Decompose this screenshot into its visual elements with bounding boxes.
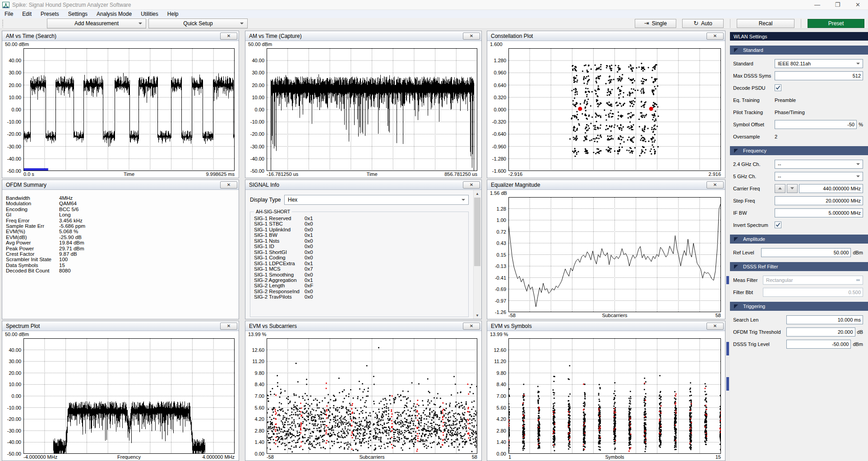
spectrum-plot[interactable]: 50.00 dBm40.0030.0020.0010.000.00-10.00-…: [2, 331, 239, 461]
carrier-freq-field[interactable]: 440.000000 MHz: [799, 184, 863, 193]
menu-item-settings[interactable]: Settings: [64, 10, 92, 18]
sig-field-row: SIG-1 MCS0x7: [254, 266, 468, 272]
minimize-icon[interactable]: —: [807, 0, 827, 9]
add-measurement-dropdown[interactable]: Add Measurement: [47, 18, 146, 28]
y-tick-label: -20.00: [3, 416, 21, 422]
scroll-down-icon[interactable]: ▼: [474, 312, 481, 319]
splitter-handle[interactable]: [726, 377, 729, 391]
close-icon[interactable]: ✕: [706, 181, 724, 189]
y-tick-label: 30.00: [3, 359, 21, 364]
close-icon[interactable]: ✕: [220, 323, 237, 330]
close-icon[interactable]: ✕: [220, 32, 237, 40]
evm_sub-canvas[interactable]: [267, 338, 477, 454]
standard-dropdown[interactable]: IEEE 802.11ah: [775, 59, 863, 68]
sig-field-row: SIG-1 LDPCExtra0x1: [254, 261, 468, 266]
menu-item-file[interactable]: File: [0, 10, 18, 18]
filter-bbt-field: 0.500: [763, 288, 863, 297]
y-tick-label: 2.80: [246, 428, 264, 433]
settings-row: Search Len10.000 ms: [733, 315, 863, 324]
setting-label: Carrier Freq: [733, 186, 775, 191]
evm-subcarriers-plot[interactable]: 13.99 %12.6011.209.808.407.005.604.202.8…: [245, 331, 481, 461]
am-search-plot[interactable]: 50.00 dBm40.0030.0020.0010.000.00-10.00-…: [2, 41, 239, 178]
dsss-trig-level-field[interactable]: -50.000: [786, 340, 851, 349]
invert-spectrum-checkbox[interactable]: [775, 221, 781, 228]
setting-control: 5.000000 MHz: [775, 208, 863, 217]
splitter-handle[interactable]: [726, 342, 729, 355]
display-type-dropdown[interactable]: Hex: [284, 195, 469, 205]
am-capture-plot[interactable]: 50.00 dBm40.0030.0020.0010.000.00-10.00-…: [245, 41, 481, 178]
menu-item-edit[interactable]: Edit: [18, 10, 36, 18]
summary-row: Decoded Bit Count8080: [6, 268, 235, 273]
x-axis-max-label: 15: [716, 454, 721, 460]
sig-field-value: 0xF: [305, 283, 313, 288]
step-freq-field[interactable]: 20.000000 MHz: [775, 196, 863, 205]
chevron-down-icon: [856, 175, 860, 177]
y-tick-label: 10.00: [246, 95, 264, 100]
y-tick-label: 20.00: [3, 83, 21, 88]
max-dsss-syms-field[interactable]: 512: [775, 71, 863, 80]
5-ghz-ch--dropdown[interactable]: --: [775, 172, 863, 181]
section-header-standard[interactable]: Standard: [730, 46, 868, 55]
summary-row: Avg Power19.84 dBm: [6, 240, 235, 245]
ref-level-field[interactable]: 50.000: [761, 248, 851, 257]
splitter-handle[interactable]: [726, 276, 729, 284]
sig-field-label: SIG-2 TravPilots: [254, 294, 305, 300]
sig-field-label: SIG-1 STBC: [254, 221, 305, 226]
summary-label: Modulation: [6, 201, 59, 206]
close-icon[interactable]: ✕: [706, 32, 724, 40]
search-selection-bar[interactable]: [24, 168, 48, 171]
panel-splitter[interactable]: [726, 29, 729, 461]
close-icon[interactable]: ✕: [463, 323, 480, 330]
scrollbar-thumb[interactable]: [474, 198, 480, 266]
y-tick-label: 30.00: [3, 70, 21, 75]
single-button[interactable]: ⇥ Single: [635, 19, 676, 28]
menu-item-presets[interactable]: Presets: [36, 10, 64, 18]
decode-psdu-checkbox[interactable]: [775, 84, 781, 91]
evm-symbols-plot[interactable]: 13.99 %12.6011.209.808.407.005.604.202.8…: [487, 331, 725, 461]
sig-field-value: 0x0: [305, 238, 313, 244]
evm_sym-canvas[interactable]: [508, 338, 721, 454]
restore-icon[interactable]: ❐: [827, 0, 848, 9]
menu-item-analysis-mode[interactable]: Analysis Mode: [92, 10, 136, 18]
section-header-frequency[interactable]: Frequency: [730, 146, 868, 155]
auto-button[interactable]: ↻ Auto: [682, 19, 724, 28]
toolbar-grip[interactable]: [2, 19, 4, 28]
constellation-canvas[interactable]: [508, 48, 721, 171]
signal-info-scrollbar[interactable]: ▲ ▼: [473, 190, 481, 319]
signal-info-body: Display Type Hex AH-SIG-SHORT SIG-1 Rese…: [245, 190, 481, 319]
section-header-amplitude[interactable]: Amplitude: [730, 235, 868, 244]
am_search-canvas[interactable]: [23, 48, 235, 171]
menu-item-help[interactable]: Help: [163, 10, 183, 18]
equalizer-canvas[interactable]: [508, 197, 721, 312]
close-icon[interactable]: ✕: [463, 181, 480, 189]
close-icon[interactable]: ✕: [706, 323, 724, 330]
spectrum-canvas[interactable]: [23, 338, 235, 454]
summary-row: ModulationQAM64: [6, 201, 235, 206]
if-bw-field[interactable]: 5.000000 MHz: [775, 208, 863, 217]
menu-item-utilities[interactable]: Utilities: [136, 10, 163, 18]
symbol-offset-field[interactable]: -50: [775, 120, 857, 129]
preset-button[interactable]: Preset: [808, 19, 864, 28]
search-len-field[interactable]: 10.000 ms: [786, 315, 863, 324]
close-icon[interactable]: ✕: [220, 181, 237, 189]
spinner-down-button[interactable]: [787, 184, 798, 193]
recal-button[interactable]: Recal: [737, 19, 794, 28]
close-icon[interactable]: ✕: [848, 0, 868, 9]
settings-row: OFDM Trig Threshold20.000dB: [733, 327, 863, 337]
y-tick-label: -0.13: [488, 263, 506, 269]
ofdm-trig-threshold-field[interactable]: 20.000: [786, 327, 855, 337]
2-4-ghz-ch--dropdown[interactable]: --: [775, 160, 863, 169]
quick-setup-dropdown[interactable]: Quick Setup: [148, 18, 248, 28]
close-icon[interactable]: ✕: [463, 32, 480, 40]
section-header-dsss-ref-filter[interactable]: DSSS Ref Filter: [730, 262, 868, 271]
collapse-triangle-icon: [734, 149, 738, 153]
equalizer-plot[interactable]: 1.56 dB1.281.000.720.430.15-0.13-0.41-0.…: [487, 190, 725, 319]
y-tick-label: 0.000: [488, 107, 506, 112]
y-tick-label: 1.40: [246, 439, 264, 445]
section-header-triggering[interactable]: Triggering: [730, 302, 868, 311]
constellation-plot[interactable]: 1.6001.2800.9600.6400.3200.000-0.320-0.6…: [487, 41, 725, 178]
am_capture-canvas[interactable]: [267, 48, 477, 171]
spinner-up-button[interactable]: [775, 184, 785, 193]
panel-header: OFDM Summary ✕: [2, 180, 239, 190]
scroll-up-icon[interactable]: ▲: [474, 190, 481, 197]
